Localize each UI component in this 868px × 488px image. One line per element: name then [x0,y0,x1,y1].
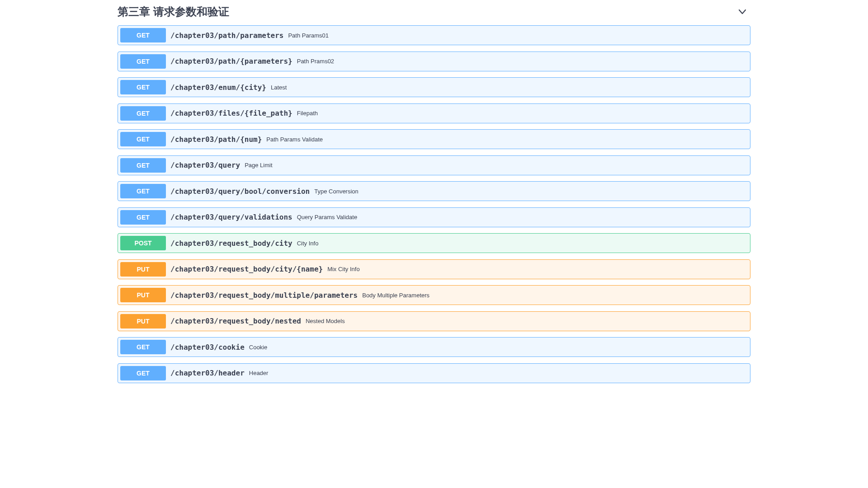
method-badge: PUT [120,262,166,277]
operation-summary[interactable]: GET/chapter03/enum/{city}Latest [118,78,750,97]
operation-path: /chapter03/request_body/nested [166,317,306,325]
operation-path: /chapter03/query/validations [166,213,297,221]
method-badge: GET [120,366,166,380]
operation-row[interactable]: PUT/chapter03/request_body/nestedNested … [118,311,750,331]
operation-path: /chapter03/files/{file_path} [166,109,297,117]
operation-path: /chapter03/path/parameters [166,31,288,40]
operation-path: /chapter03/query [166,161,245,169]
operation-summary[interactable]: GET/chapter03/path/parametersPath Params… [118,26,750,45]
operation-description: Type Conversion [314,188,359,195]
operation-path: /chapter03/request_body/multiple/paramet… [166,291,362,300]
operation-path: /chapter03/cookie [166,343,249,352]
operation-description: Path Params Validate [266,136,323,143]
operation-path: /chapter03/path/{num} [166,135,266,144]
operation-description: Latest [271,84,287,91]
operation-path: /chapter03/request_body/city [166,239,297,248]
method-badge: GET [120,28,166,42]
chevron-down-icon [738,7,747,16]
method-badge: GET [120,106,166,121]
operation-description: Path Params01 [288,32,329,39]
operation-description: Query Params Validate [297,214,357,221]
method-badge: GET [120,158,166,173]
operation-description: Header [249,370,269,376]
operation-row[interactable]: GET/chapter03/path/{num}Path Params Vali… [118,129,750,149]
operation-row[interactable]: GET/chapter03/path/{parameters}Path Pram… [118,52,750,71]
operation-row[interactable]: GET/chapter03/path/parametersPath Params… [118,25,750,45]
operation-row[interactable]: GET/chapter03/queryPage Limit [118,155,750,175]
operation-row[interactable]: PUT/chapter03/request_body/multiple/para… [118,285,750,305]
operation-description: Filepath [297,110,318,117]
operation-summary[interactable]: GET/chapter03/files/{file_path}Filepath [118,104,750,123]
operation-path: /chapter03/header [166,369,249,377]
operation-description: Path Prams02 [297,58,334,65]
section-header[interactable]: 第三章 请求参数和验证 [118,0,750,25]
operation-path: /chapter03/enum/{city} [166,83,271,92]
method-badge: GET [120,210,166,225]
operation-summary[interactable]: GET/chapter03/query/bool/conversionType … [118,182,750,201]
operation-summary[interactable]: PUT/chapter03/request_body/multiple/para… [118,286,750,305]
operation-summary[interactable]: GET/chapter03/cookieCookie [118,338,750,357]
api-docs-page: 第三章 请求参数和验证 GET/chapter03/path/parameter… [108,0,760,403]
operation-row[interactable]: GET/chapter03/query/validationsQuery Par… [118,207,750,227]
operation-summary[interactable]: GET/chapter03/query/validationsQuery Par… [118,208,750,227]
method-badge: GET [120,54,166,69]
operation-summary[interactable]: GET/chapter03/path/{parameters}Path Pram… [118,52,750,71]
operation-summary[interactable]: POST/chapter03/request_body/cityCity Inf… [118,234,750,253]
operation-row[interactable]: GET/chapter03/enum/{city}Latest [118,77,750,97]
operation-row[interactable]: GET/chapter03/query/bool/conversionType … [118,181,750,201]
operation-row[interactable]: PUT/chapter03/request_body/city/{name}Mi… [118,259,750,279]
method-badge: POST [120,236,166,250]
operation-summary[interactable]: GET/chapter03/queryPage Limit [118,156,750,175]
operation-row[interactable]: GET/chapter03/headerHeader [118,363,750,383]
method-badge: GET [120,132,166,146]
operation-summary[interactable]: GET/chapter03/headerHeader [118,364,750,383]
method-badge: GET [120,184,166,198]
method-badge: PUT [120,288,166,302]
section-title: 第三章 请求参数和验证 [118,5,229,19]
method-badge: PUT [120,314,166,328]
operation-description: Body Multiple Parameters [362,292,429,299]
operation-summary[interactable]: PUT/chapter03/request_body/nestedNested … [118,312,750,331]
operation-description: Cookie [249,344,267,351]
method-badge: GET [120,340,166,354]
operation-row[interactable]: GET/chapter03/files/{file_path}Filepath [118,103,750,123]
operation-description: City Info [297,240,319,247]
operation-summary[interactable]: PUT/chapter03/request_body/city/{name}Mi… [118,260,750,279]
operation-description: Nested Models [306,318,345,324]
operation-description: Mix City Info [327,266,360,272]
operation-description: Page Limit [245,162,272,169]
operation-list: GET/chapter03/path/parametersPath Params… [118,25,750,383]
method-badge: GET [120,80,166,94]
operation-row[interactable]: GET/chapter03/cookieCookie [118,337,750,357]
operation-path: /chapter03/request_body/city/{name} [166,265,327,273]
operation-row[interactable]: POST/chapter03/request_body/cityCity Inf… [118,233,750,253]
operation-path: /chapter03/path/{parameters} [166,57,297,66]
operation-summary[interactable]: GET/chapter03/path/{num}Path Params Vali… [118,130,750,149]
operation-path: /chapter03/query/bool/conversion [166,187,314,196]
